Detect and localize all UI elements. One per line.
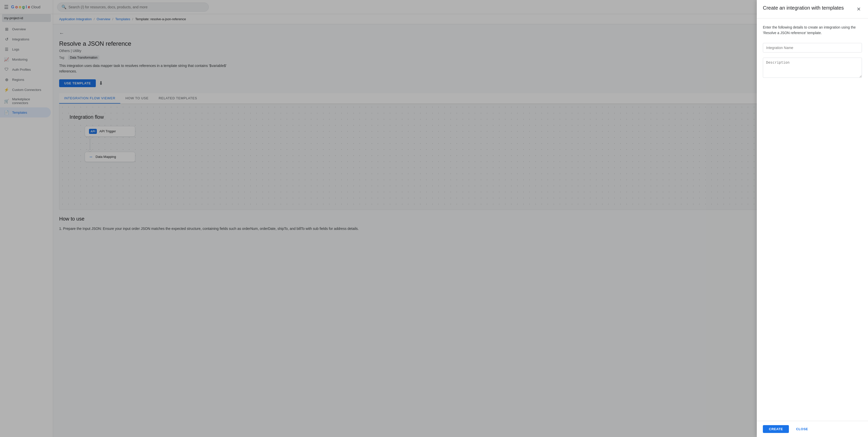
integration-name-input[interactable] — [763, 43, 862, 53]
panel-title: Create an integration with templates — [763, 5, 844, 11]
panel-description: Enter the following details to create an… — [763, 25, 862, 36]
panel-header: Create an integration with templates ✕ — [757, 0, 868, 19]
overlay-backdrop[interactable] — [0, 0, 868, 437]
create-integration-panel: Create an integration with templates ✕ E… — [757, 0, 868, 437]
panel-close-button[interactable]: ✕ — [856, 5, 862, 13]
create-button[interactable]: CREATE — [763, 425, 789, 433]
panel-body: Enter the following details to create an… — [757, 19, 868, 421]
description-field — [763, 58, 862, 78]
panel-actions: CREATE CLOSE — [757, 421, 868, 437]
close-button[interactable]: CLOSE — [792, 425, 812, 433]
integration-name-field — [763, 43, 862, 53]
description-textarea[interactable] — [763, 58, 862, 78]
